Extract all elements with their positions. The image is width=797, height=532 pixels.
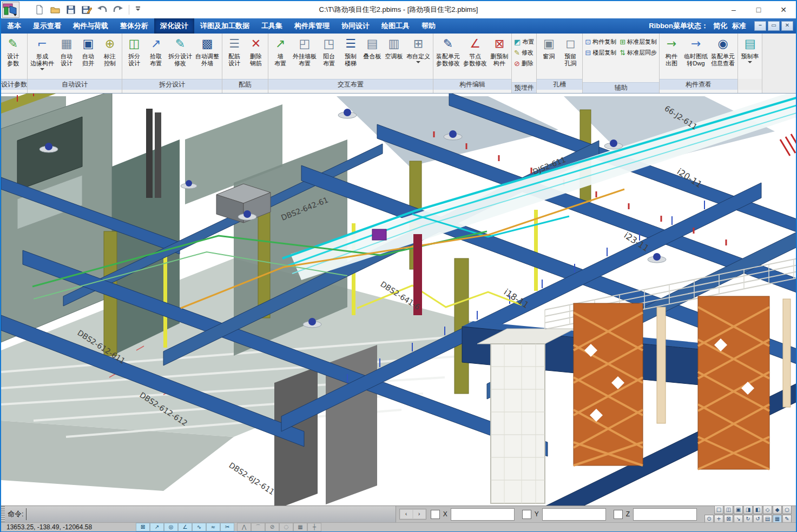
member-drawing-button[interactable]: → 构件 出图 [661, 34, 682, 78]
view-tool-hidden-line[interactable]: ◫ [724, 506, 733, 514]
delete-precast-button[interactable]: ⊠ 删预制 构件 [489, 34, 510, 78]
app-logo-icon[interactable] [2, 2, 19, 18]
adjust-outer-wall-button[interactable]: ▩ 自动调整 外墙 [194, 34, 221, 78]
ribbon-state-simple[interactable]: 简化 [713, 21, 727, 31]
tab-detailed-design[interactable]: 深化设计 [154, 18, 194, 34]
pick-place-button[interactable]: ↗ 拾取 布置 [145, 34, 167, 78]
balcony-icon: ◳ [324, 36, 335, 52]
balcony-button[interactable]: ◳ 阳台 布置 [318, 34, 340, 78]
composite-slab-button[interactable]: ▤ 叠合板 [361, 34, 383, 78]
edge-member-button[interactable]: ⌐ 形成 边缘构件 [29, 34, 56, 78]
delete-rebar-button[interactable]: ✕ 删除 钢筋 [245, 34, 267, 78]
axis-x-input[interactable] [451, 508, 515, 521]
history-next-button[interactable]: › [413, 510, 425, 518]
close-button[interactable]: ✕ [771, 2, 796, 18]
tab-members-loads[interactable]: 构件与荷载 [67, 18, 114, 34]
save-icon[interactable] [65, 4, 77, 16]
axis-x-group: X [431, 508, 515, 521]
ribbon-state-standard[interactable]: 标准 [732, 21, 746, 31]
tab-detail-fab-data[interactable]: 详图及加工数据 [194, 18, 255, 34]
mdi-close-button[interactable]: ✕ [781, 21, 793, 31]
ac-panel-button[interactable]: ▥ 空调板 [383, 34, 405, 78]
cladding-panel-button[interactable]: ◰ 外挂墙板 布置 [291, 34, 318, 78]
redo-icon[interactable] [112, 4, 124, 16]
snap-toggle-curve[interactable]: ∿ [192, 523, 206, 531]
draw-toggle-ref[interactable]: ◌ [279, 523, 293, 531]
viewport-3d[interactable]: DBS2-612-611 DBS2-612-612 DBS2-6J2-611 D… [1, 94, 796, 506]
maximize-button[interactable]: □ [746, 2, 771, 18]
precast-stair-button[interactable]: ☰ 预制 楼梯 [340, 34, 361, 78]
view-tool-perspective[interactable]: ○ [782, 506, 792, 514]
tab-collab-design[interactable]: 协同设计 [335, 18, 376, 34]
design-params-button[interactable]: ✎ 设计 参数 [2, 34, 24, 78]
command-input[interactable] [26, 508, 396, 520]
delete-precast-icon: ⊠ [495, 36, 504, 52]
edge-member-icon: ⌐ [37, 36, 47, 52]
split-design-button[interactable]: ◫ 拆分 设计 [123, 34, 145, 78]
snap-toggle-trim[interactable]: ✂ [220, 523, 234, 531]
command-panel-drag-handle[interactable] [1, 506, 5, 522]
tab-basic[interactable]: 基本 [1, 18, 27, 34]
axis-x-checkbox[interactable] [431, 510, 440, 519]
qat-customize-icon[interactable] [134, 5, 142, 14]
view-tool-iso-se[interactable]: ◆ [773, 506, 782, 514]
copy-floor-button[interactable]: ⊟楼层复制 [585, 49, 616, 57]
axis-z-input[interactable] [633, 508, 697, 521]
view-tool-wireframe[interactable]: □ [714, 506, 723, 514]
temp-dwg-button[interactable]: → 临时图纸 转Dwg [682, 34, 709, 78]
annotation-control-button[interactable]: ⊕ 标注 控制 [99, 34, 121, 78]
tab-library-manage[interactable]: 构件库管理 [288, 18, 335, 34]
tab-global-analysis[interactable]: 整体分析 [114, 18, 154, 34]
snap-toggle-angle[interactable]: ∠ [178, 523, 192, 531]
draw-toggle-ortho[interactable]: ⋀ [237, 523, 251, 531]
split-design-icon: ◫ [129, 36, 140, 52]
snap-toggle-endpoint[interactable]: ↗ [150, 523, 164, 531]
axis-y-input[interactable] [542, 508, 606, 521]
draw-toggle-grid[interactable]: ▦ [293, 523, 307, 531]
tab-toolset[interactable]: 工具集 [255, 18, 288, 34]
reserved-hole-button[interactable]: ◻ 预留 孔洞 [559, 34, 581, 78]
axis-z-checkbox[interactable] [614, 510, 623, 519]
tab-help[interactable]: 帮助 [416, 18, 442, 34]
custom-place-button[interactable]: ⊞ 布自定义 [405, 34, 432, 78]
snap-toggle-center[interactable]: ◎ [164, 523, 178, 531]
embed-modify-button[interactable]: ✎修改 [514, 49, 534, 57]
view-tool-shaded[interactable]: ▣ [734, 506, 743, 514]
snap-toggle-nearest[interactable]: ≈ [206, 523, 220, 531]
window-opening-button[interactable]: ▣ 窗洞 [538, 34, 559, 78]
save-as-icon[interactable] [81, 4, 93, 16]
new-file-icon[interactable] [34, 4, 45, 16]
ribbon-group-split-design: ◫ 拆分 设计 ↗ 拾取 布置 ✎ 拆分设计 修改 ▩ 自动调整 外墙 拆分设计 [122, 34, 222, 93]
wall-place-button[interactable]: ↗ 墙 布置 [269, 34, 291, 78]
copy-std-floor-button[interactable]: ⊞标准层复制 [620, 38, 657, 46]
minimize-button[interactable]: – [721, 2, 746, 18]
auto-merge-button[interactable]: ▣ 自动 归并 [77, 34, 99, 78]
tab-display-view[interactable]: 显示查看 [27, 18, 67, 34]
assembly-info-button[interactable]: ◉ 装配单元 信息查看 [709, 34, 736, 78]
precast-rate-button[interactable]: ▤ 预制率 [739, 34, 761, 78]
view-tool-realistic[interactable]: ◧ [753, 506, 762, 514]
axis-y-checkbox[interactable] [522, 510, 531, 519]
snap-toggle-node[interactable]: ⊠ [136, 523, 150, 531]
assembly-unit-modify-button[interactable]: ✎ 装配单元 参数修改 [434, 34, 462, 78]
embed-delete-button[interactable]: ⊘删除 [514, 59, 534, 68]
auto-design-button[interactable]: ▦ 自动 设计 [56, 34, 77, 78]
copy-member-button[interactable]: ⊡构件复制 [585, 38, 616, 46]
draw-toggle-arc[interactable]: ⌒ [251, 523, 265, 531]
history-prev-button[interactable]: ‹ [400, 510, 412, 518]
draw-toggle-disable[interactable]: ⊘ [265, 523, 279, 531]
mdi-minimize-button[interactable]: – [754, 21, 766, 31]
undo-icon[interactable] [96, 4, 108, 16]
draw-toggle-crosshair[interactable]: ┼ [307, 523, 321, 531]
view-tool-iso-sw[interactable]: ◇ [763, 506, 772, 514]
tab-draw-tools[interactable]: 绘图工具 [376, 18, 416, 34]
mdi-restore-button[interactable]: ▭ [768, 21, 780, 31]
copper-lattice-panel [698, 296, 769, 469]
open-file-icon[interactable] [49, 4, 61, 16]
embed-place-button[interactable]: ◩布置 [514, 38, 534, 46]
split-modify-button[interactable]: ✎ 拆分设计 修改 [167, 34, 194, 78]
sync-std-floor-button[interactable]: ⇅标准层同步 [620, 49, 657, 57]
view-tool-shaded-edges[interactable]: ◨ [743, 506, 753, 514]
rebar-design-button[interactable]: ☰ 配筋 设计 [223, 34, 245, 78]
node-param-modify-button[interactable]: ∠ 节点 参数修改 [462, 34, 489, 78]
